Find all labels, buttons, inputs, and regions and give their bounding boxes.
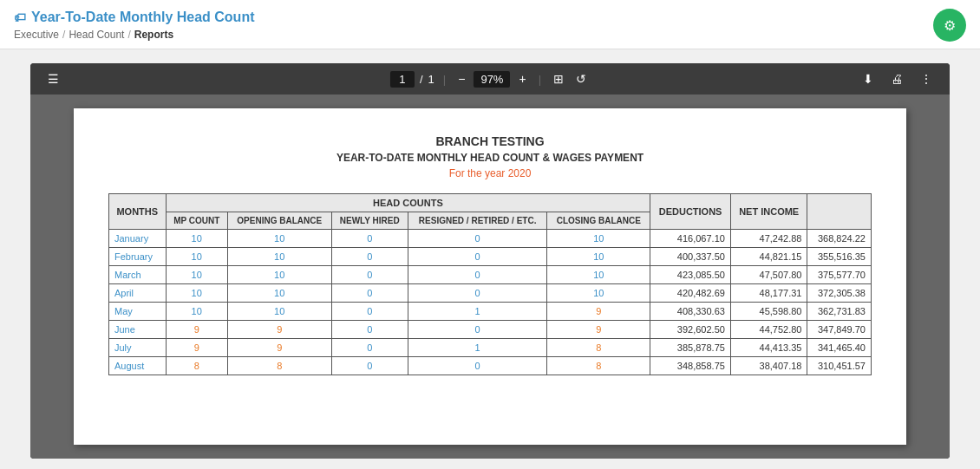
toolbar-divider-2: | (539, 73, 541, 86)
report-year: For the year 2020 (108, 167, 872, 179)
cell-deductions: 38,407.18 (730, 357, 807, 375)
cell-resigned: 0 (408, 248, 546, 266)
cell-mp: 10 (166, 248, 227, 266)
table-row: April 10 10 0 0 10 420,482.69 48,177.31 … (109, 284, 872, 303)
pdf-content: BRANCH TESTING YEAR-TO-DATE MONTHLY HEAD… (30, 94, 950, 459)
cell-month: May (109, 303, 167, 321)
breadcrumb-sep-1: / (62, 29, 65, 41)
cell-gross: 423,085.50 (650, 266, 731, 284)
cell-mp: 10 (166, 303, 227, 321)
cell-month: January (109, 230, 167, 248)
cell-net: 362,731.83 (807, 303, 872, 321)
cell-closing: 9 (547, 321, 650, 339)
cell-resigned: 0 (408, 284, 546, 303)
cell-resigned: 0 (408, 321, 546, 339)
cell-resigned: 1 (408, 303, 546, 321)
cell-newly: 0 (331, 284, 408, 303)
cell-net: 372,305.38 (807, 284, 872, 303)
cell-resigned: 0 (408, 357, 546, 375)
col-header-months: MONTHS (109, 194, 167, 230)
cell-closing: 9 (547, 303, 650, 321)
col-header-mp: MP COUNT (166, 212, 227, 230)
report-title: BRANCH TESTING (108, 134, 872, 148)
cell-newly: 0 (331, 248, 408, 266)
cell-newly: 0 (331, 266, 408, 284)
col-header-resigned: RESIGNED / RETIRED / ETC. (408, 212, 546, 230)
cell-resigned: 0 (408, 266, 546, 284)
cell-closing: 10 (547, 266, 650, 284)
cell-opening: 10 (227, 230, 331, 248)
breadcrumb-executive[interactable]: Executive (14, 29, 59, 41)
cell-mp: 8 (166, 357, 227, 375)
table-row: February 10 10 0 0 10 400,337.50 44,821.… (109, 248, 872, 266)
cell-net: 355,516.35 (807, 248, 872, 266)
rotate-button[interactable]: ↺ (572, 70, 590, 88)
cell-deductions: 47,507.80 (730, 266, 807, 284)
cell-newly: 0 (331, 303, 408, 321)
report-subtitle: YEAR-TO-DATE MONTHLY HEAD COUNT & WAGES … (108, 152, 872, 164)
print-button[interactable]: 🖨 (887, 70, 906, 88)
cell-newly: 0 (331, 357, 408, 375)
cell-gross: 416,067.10 (650, 230, 731, 248)
cell-opening: 9 (227, 339, 331, 357)
cell-mp: 9 (166, 321, 227, 339)
cell-month: March (109, 266, 167, 284)
page-title-text: Year-To-Date Monthly Head Count (31, 10, 255, 25)
zoom-in-button[interactable]: + (515, 70, 529, 88)
cell-resigned: 0 (408, 230, 546, 248)
more-options-button[interactable]: ⋮ (917, 70, 936, 88)
cell-net: 347,849.70 (807, 321, 872, 339)
cell-net: 341,465.40 (807, 339, 872, 357)
tag-icon: 🏷 (14, 10, 26, 24)
cell-month: August (109, 357, 167, 375)
cell-mp: 10 (166, 266, 227, 284)
col-header-headcounts: HEAD COUNTS (166, 194, 650, 212)
gear-button[interactable]: ⚙ (933, 9, 966, 42)
cell-gross: 400,337.50 (650, 248, 731, 266)
page-total: 1 (428, 73, 434, 86)
cell-opening: 10 (227, 266, 331, 284)
toolbar-right: ⬇ 🖨 ⋮ (859, 70, 936, 88)
zoom-out-button[interactable]: − (454, 70, 468, 88)
breadcrumb-headcount[interactable]: Head Count (69, 29, 124, 41)
cell-closing: 8 (547, 339, 650, 357)
fit-page-button[interactable]: ⊞ (550, 70, 567, 88)
cell-mp: 9 (166, 339, 227, 357)
report-table: MONTHS HEAD COUNTS DEDUCTIONS NET INCOME… (108, 193, 872, 375)
cell-gross: 348,858.75 (650, 357, 731, 375)
cell-gross: 385,878.75 (650, 339, 731, 357)
cell-net: 375,577.70 (807, 266, 872, 284)
cell-gross: 392,602.50 (650, 321, 731, 339)
cell-closing: 10 (547, 230, 650, 248)
col-header-deductions: NET INCOME (730, 194, 807, 230)
cell-deductions: 45,598.80 (730, 303, 807, 321)
table-row: June 9 9 0 0 9 392,602.50 44,752.80 347,… (109, 321, 872, 339)
col-header-newly: NEWLY HIRED (331, 212, 408, 230)
toolbar-divider-1: | (443, 73, 446, 86)
cell-mp: 10 (166, 230, 227, 248)
table-row: March 10 10 0 0 10 423,085.50 47,507.80 … (109, 266, 872, 284)
menu-button[interactable]: ☰ (44, 70, 62, 88)
header-left: 🏷 Year-To-Date Monthly Head Count Execut… (14, 10, 255, 41)
cell-month: April (109, 284, 167, 303)
cell-gross: 420,482.69 (650, 284, 731, 303)
zoom-level: 97% (474, 71, 510, 88)
page-number-input[interactable] (390, 71, 415, 88)
cell-resigned: 1 (408, 339, 546, 357)
cell-deductions: 47,242.88 (730, 230, 807, 248)
breadcrumb-sep-2: / (127, 29, 130, 41)
cell-deductions: 44,821.15 (730, 248, 807, 266)
cell-newly: 0 (331, 321, 408, 339)
cell-deductions: 44,413.35 (730, 339, 807, 357)
col-header-closing: CLOSING BALANCE (547, 212, 650, 230)
download-button[interactable]: ⬇ (859, 70, 877, 88)
cell-closing: 10 (547, 248, 650, 266)
cell-newly: 0 (331, 230, 408, 248)
table-row: May 10 10 0 1 9 408,330.63 45,598.80 362… (109, 303, 872, 321)
cell-net: 368,824.22 (807, 230, 872, 248)
pdf-toolbar: ☰ / 1 | − 97% + | ⊞ ↺ ⬇ 🖨 ⋮ (30, 63, 950, 94)
toolbar-center: / 1 | − 97% + | ⊞ ↺ (390, 70, 590, 88)
page-title: 🏷 Year-To-Date Monthly Head Count (14, 10, 255, 25)
cell-opening: 10 (227, 303, 331, 321)
cell-month: February (109, 248, 167, 266)
